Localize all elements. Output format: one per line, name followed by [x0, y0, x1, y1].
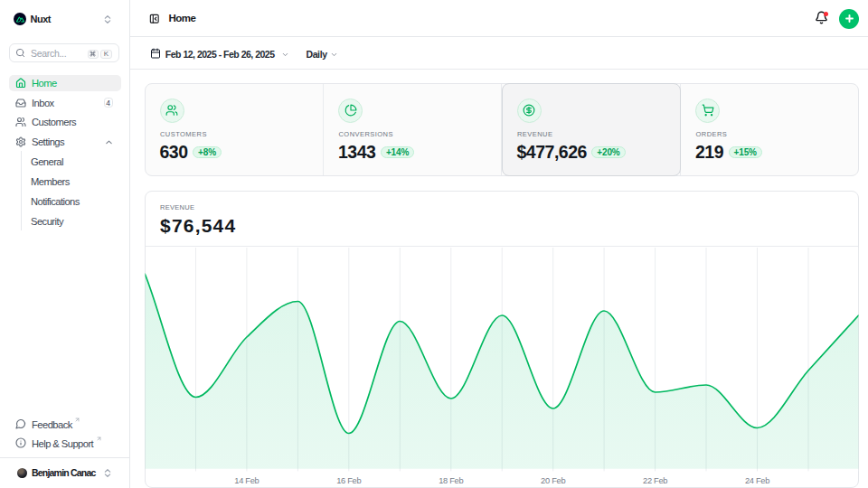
svg-text:20 Feb: 20 Feb — [541, 476, 565, 485]
svg-text:18 Feb: 18 Feb — [439, 476, 463, 485]
svg-text:24 Feb: 24 Feb — [745, 476, 769, 485]
svg-text:14 Feb: 14 Feb — [234, 476, 259, 485]
svg-text:22 Feb: 22 Feb — [643, 476, 667, 485]
svg-text:16 Feb: 16 Feb — [336, 476, 361, 485]
